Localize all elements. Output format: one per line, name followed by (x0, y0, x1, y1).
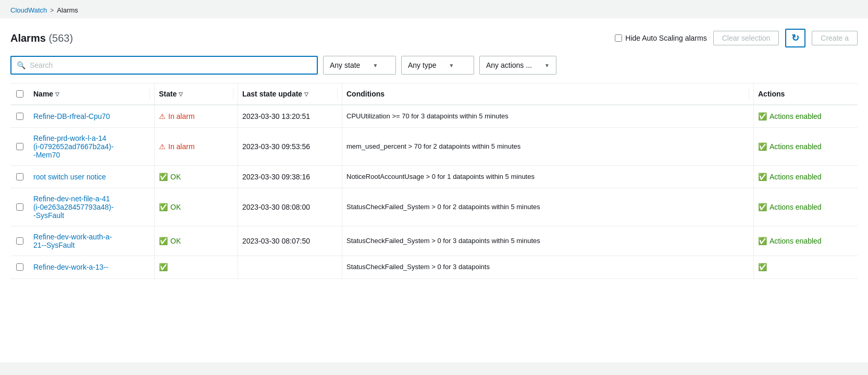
td-state-2: ⚠ In alarm (154, 128, 238, 165)
th-state-label: State (159, 90, 177, 98)
td-conditions-3: NoticeRootAccountUsage > 0 for 1 datapoi… (342, 166, 753, 188)
td-checkbox-3[interactable] (10, 166, 29, 188)
td-actions-2: ✅ Actions enabled (753, 128, 858, 165)
actions-label-1: Actions enabled (770, 112, 822, 120)
conditions-text-5: StatusCheckFailed_System > 0 for 3 datap… (346, 236, 540, 246)
state-label-5: OK (170, 237, 181, 245)
actions-icon-4: ✅ (758, 203, 767, 211)
alarms-table: Name ▽ State ▽ Last state update ▽ Condi… (10, 83, 858, 279)
ok-icon-3: ✅ (159, 173, 168, 181)
breadcrumb-current: Alarms (57, 6, 78, 14)
th-name-divider (150, 89, 150, 99)
th-state: State ▽ (154, 83, 238, 104)
actions-enabled-4: ✅ Actions enabled (758, 203, 822, 211)
hide-autoscaling-checkbox-label[interactable]: Hide Auto Scaling alarms (615, 34, 706, 42)
row-checkbox-5[interactable] (16, 237, 23, 245)
breadcrumb-cloudwatch[interactable]: CloudWatch (10, 6, 47, 14)
alarm-name-2-line1[interactable]: Refine-prd-work-l-a-14 (33, 134, 106, 142)
td-checkbox-4[interactable] (10, 188, 29, 226)
actions-enabled-3: ✅ Actions enabled (758, 173, 822, 181)
page-title: Alarms (563) (10, 32, 73, 44)
hide-autoscaling-checkbox[interactable] (615, 34, 622, 42)
alarm-name-4-line2[interactable]: (i-0e263a28457793a48)- (33, 203, 114, 211)
td-actions-1: ✅ Actions enabled (753, 105, 858, 127)
alarm-icon-2: ⚠ (159, 142, 166, 151)
actions-filter-arrow: ▼ (544, 63, 550, 68)
th-checkbox[interactable] (10, 83, 29, 104)
th-state-sort-icon[interactable]: ▽ (179, 91, 183, 97)
conditions-text-2: mem_used_percent > 70 for 2 datapoints w… (346, 142, 520, 151)
th-conditions: Conditions (342, 83, 753, 104)
td-state-6: ✅ (154, 256, 238, 278)
timestamp-2: 2023-03-30 09:53:56 (242, 142, 310, 151)
td-name-3[interactable]: root switch user notice (29, 166, 154, 188)
alarm-name-4-line3[interactable]: -SysFault (33, 211, 64, 220)
table-row: Refine-dev-net-file-a-41 (i-0e263a284577… (10, 188, 858, 226)
row-checkbox-2[interactable] (16, 143, 23, 150)
state-badge-1: ⚠ In alarm (159, 112, 195, 120)
table-row: Refine-dev-work-a-13-- ✅ StatusCheckFail… (10, 256, 858, 279)
td-timestamp-4: 2023-03-30 08:08:00 (238, 188, 342, 226)
breadcrumb: CloudWatch > Alarms (0, 0, 868, 18)
alarm-count: (563) (48, 32, 73, 44)
table-row: root switch user notice ✅ OK 2023-03-30 … (10, 166, 858, 188)
td-conditions-6: StatusCheckFailed_System > 0 for 3 datap… (342, 256, 753, 278)
td-name-4[interactable]: Refine-dev-net-file-a-41 (i-0e263a284577… (29, 188, 154, 226)
state-label-3: OK (170, 173, 181, 181)
td-checkbox-2[interactable] (10, 128, 29, 165)
actions-label-5: Actions enabled (770, 237, 822, 245)
td-checkbox-6[interactable] (10, 256, 29, 278)
actions-enabled-6: ✅ (758, 263, 767, 271)
conditions-text-3: NoticeRootAccountUsage > 0 for 1 datapoi… (346, 172, 535, 182)
search-icon: 🔍 (17, 61, 26, 69)
td-name-5[interactable]: Refine-dev-work-auth-a- 21--SysFault (29, 226, 154, 256)
select-all-checkbox[interactable] (16, 90, 23, 98)
type-filter-dropdown[interactable]: Any type ▼ (401, 56, 474, 75)
actions-icon-1: ✅ (758, 112, 767, 120)
row-checkbox-3[interactable] (16, 173, 23, 180)
table-row: Refine-DB-rfreal-Cpu70 ⚠ In alarm 2023-0… (10, 105, 858, 128)
td-checkbox-1[interactable] (10, 105, 29, 127)
th-conditions-label: Conditions (346, 90, 385, 98)
td-conditions-2: mem_used_percent > 70 for 2 datapoints w… (342, 128, 753, 165)
alarm-name-5-line1[interactable]: Refine-dev-work-auth-a- (33, 233, 112, 241)
alarm-name-2-line2[interactable]: (i-0792652ad7667b2a4)- (33, 142, 114, 151)
th-last-state-update-sort-icon[interactable]: ▽ (304, 91, 308, 97)
alarm-name-5-line2[interactable]: 21--SysFault (33, 241, 75, 249)
th-name-label: Name (33, 90, 53, 98)
actions-filter-dropdown[interactable]: Any actions ... ▼ (479, 56, 556, 75)
state-badge-5: ✅ OK (159, 237, 181, 245)
search-input[interactable] (30, 61, 312, 69)
clear-selection-button[interactable]: Clear selection (713, 31, 779, 45)
td-checkbox-5[interactable] (10, 226, 29, 256)
type-filter-arrow: ▼ (449, 63, 454, 68)
th-state-divider (233, 89, 233, 99)
state-filter-dropdown[interactable]: Any state ▼ (323, 56, 396, 75)
td-name-1[interactable]: Refine-DB-rfreal-Cpu70 (29, 105, 154, 127)
refresh-icon: ↻ (791, 32, 799, 44)
th-name-sort-icon[interactable]: ▽ (55, 91, 59, 97)
td-state-3: ✅ OK (154, 166, 238, 188)
th-name: Name ▽ (29, 83, 154, 104)
actions-icon-6: ✅ (758, 263, 767, 271)
alarm-name-1[interactable]: Refine-DB-rfreal-Cpu70 (33, 112, 110, 120)
alarm-name-2-line3[interactable]: -Mem70 (33, 151, 60, 159)
td-conditions-5: StatusCheckFailed_System > 0 for 3 datap… (342, 226, 753, 256)
td-name-6[interactable]: Refine-dev-work-a-13-- (29, 256, 154, 278)
create-button[interactable]: Create a (812, 31, 858, 45)
td-name-2[interactable]: Refine-prd-work-l-a-14 (i-0792652ad7667b… (29, 128, 154, 165)
alarm-name-4-line1[interactable]: Refine-dev-net-file-a-41 (33, 195, 110, 203)
row-checkbox-1[interactable] (16, 113, 23, 120)
td-actions-4: ✅ Actions enabled (753, 188, 858, 226)
actions-icon-5: ✅ (758, 237, 767, 245)
state-badge-6: ✅ (159, 263, 168, 271)
td-timestamp-6 (238, 256, 342, 278)
actions-enabled-1: ✅ Actions enabled (758, 112, 822, 120)
row-checkbox-4[interactable] (16, 203, 23, 211)
refresh-button[interactable]: ↻ (785, 29, 805, 47)
alarm-name-6[interactable]: Refine-dev-work-a-13-- (33, 263, 108, 271)
td-timestamp-1: 2023-03-30 13:20:51 (238, 105, 342, 127)
row-checkbox-6[interactable] (16, 263, 23, 271)
breadcrumb-separator: > (50, 7, 54, 14)
alarm-name-3[interactable]: root switch user notice (33, 173, 106, 181)
